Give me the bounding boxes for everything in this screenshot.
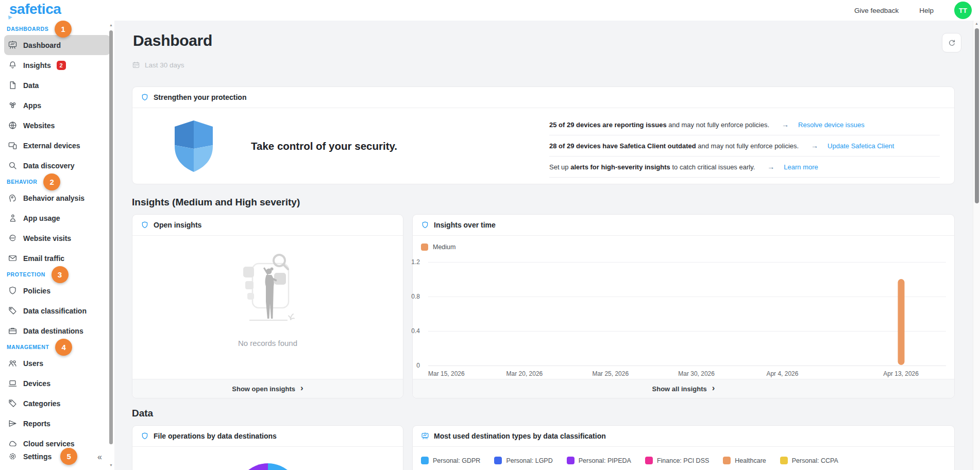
sidebar-item-apps[interactable]: Apps [4, 95, 110, 115]
x-tick: Mar 30, 2026 [678, 370, 715, 377]
sidebar-item-website-visits[interactable]: Website visits [4, 228, 110, 248]
page-title: Dashboard [133, 32, 955, 49]
y-tick: 0.4 [411, 327, 420, 335]
shield-illustration [171, 119, 217, 173]
tag-icon [8, 306, 18, 316]
sidebar-item-websites[interactable]: Websites [4, 115, 110, 135]
sidebar-item-data[interactable]: Data [4, 75, 110, 95]
tag-icon [8, 398, 18, 408]
sidebar-item-insights[interactable]: Insights 2 [4, 55, 110, 75]
insights-over-time-card: Insights over time Medium 1.2 0.8 0. [412, 214, 955, 398]
legend-item: Personal: LGPD [494, 457, 552, 464]
safetica-app: safetica Give feedback Help TT DASHBOARD… [0, 0, 980, 470]
date-range-filter[interactable]: Last 30 days [132, 61, 955, 69]
user-avatar[interactable]: TT [954, 2, 972, 19]
scroll-up-icon[interactable]: ▲ [973, 22, 980, 25]
sidebar-item-reports[interactable]: Reports [4, 413, 110, 433]
card-header: File operations by data destinations [132, 426, 403, 447]
legend-item: Personal: GDPR [421, 457, 480, 464]
shield-icon [8, 286, 18, 295]
apps-icon [8, 100, 18, 110]
document-icon [8, 80, 18, 90]
sidebar-nav: DASHBOARDS 1 Dashboard Insights 2 Data A… [0, 21, 114, 454]
show-open-insights-button[interactable]: Show open insights › [132, 379, 403, 398]
empty-state-text: No records found [224, 339, 312, 347]
chevron-right-icon: › [712, 383, 715, 393]
help-link[interactable]: Help [919, 7, 934, 14]
insights-count-badge: 2 [57, 61, 66, 70]
refresh-button[interactable] [942, 33, 961, 53]
chart-legend: Personal: GDPR Personal: LGPD Personal: … [413, 447, 954, 464]
recommended-actions: 25 of 29 devices are reporting issues an… [549, 114, 940, 178]
sidebar-item-devices[interactable]: Devices [4, 373, 110, 393]
medium-bar [898, 279, 904, 365]
step-badge-3: 3 [52, 266, 69, 283]
y-tick: 1.2 [411, 258, 420, 266]
scroll-down-icon[interactable]: ▼ [108, 463, 114, 468]
dashboard-icon [8, 40, 18, 50]
shield-icon [141, 221, 149, 229]
section-label-behavior: BEHAVIOR 2 [0, 176, 114, 188]
section-label-dashboards: DASHBOARDS 1 [0, 23, 114, 35]
legend-item: Personal: PIPEDA [567, 457, 631, 464]
bell-icon [8, 60, 18, 70]
shield-icon [141, 93, 149, 101]
topbar: safetica Give feedback Help TT [0, 0, 980, 21]
action-row: 25 of 29 devices are reporting issues an… [549, 114, 940, 135]
action-row: Set up alerts for high-severity insights… [549, 156, 940, 178]
chart-legend: Medium [421, 243, 455, 251]
sidebar-item-data-discovery[interactable]: Data discovery [4, 155, 110, 176]
sidebar-item-email-traffic[interactable]: Email traffic [4, 248, 110, 268]
security-headline: Take control of your security. [251, 140, 397, 152]
no-records-illustration [224, 252, 312, 329]
sidebar-item-users[interactable]: Users [4, 353, 110, 373]
page-scrollbar[interactable]: ▲ [973, 21, 980, 470]
learn-more-link[interactable]: Learn more [784, 163, 818, 171]
step-badge-4: 4 [55, 339, 72, 356]
sidebar-item-categories[interactable]: Categories [4, 393, 110, 413]
laptop-icon [8, 378, 18, 388]
section-label-protection: PROTECTION 3 [0, 268, 114, 281]
paper-plane-icon [8, 419, 18, 428]
sidebar-item-dashboard[interactable]: Dashboard [4, 35, 110, 55]
sidebar-item-data-destinations[interactable]: Data destinations [4, 321, 110, 341]
card-header: Insights over time [413, 215, 954, 236]
data-section-title: Data [132, 408, 955, 419]
person-icon [8, 213, 18, 223]
page-scrollbar-thumb[interactable] [975, 28, 979, 203]
search-icon [8, 161, 18, 170]
action-row: 28 of 29 devices have Safetica Client ou… [549, 135, 940, 156]
step-badge-2: 2 [43, 173, 60, 190]
sidebar-collapse-icon[interactable]: « [97, 452, 102, 462]
card-header: Most used destination types by data clas… [413, 426, 954, 447]
chevron-right-icon: › [300, 383, 303, 393]
x-tick: Apr 4, 2026 [766, 370, 798, 377]
globe-icon [8, 120, 18, 130]
sidebar-item-external-devices[interactable]: External devices [4, 135, 110, 155]
shield-icon [141, 432, 149, 440]
resolve-device-issues-link[interactable]: Resolve device issues [798, 121, 865, 129]
sidebar-item-policies[interactable]: Policies [4, 281, 110, 301]
briefcase-icon [8, 326, 18, 336]
legend-swatch-medium [421, 243, 428, 251]
give-feedback-link[interactable]: Give feedback [854, 7, 899, 14]
y-tick: 0 [416, 362, 420, 369]
sidebar-item-data-classification[interactable]: Data classification [4, 301, 110, 321]
bar-chart-plot: 1.2 0.8 0.4 0 Mar 15, 2026 Mar 20, 2026 … [428, 262, 946, 365]
arrow-right-icon: → [782, 120, 789, 129]
users-icon [8, 358, 18, 368]
sidebar-scrollbar[interactable]: ▲ ▼ [108, 23, 114, 468]
dashboard-icon [421, 432, 429, 440]
shield-icon [421, 221, 429, 229]
sidebar-scrollbar-thumb[interactable] [109, 30, 113, 444]
sidebar-item-app-usage[interactable]: App usage [4, 208, 110, 228]
show-all-insights-button[interactable]: Show all insights › [413, 379, 954, 398]
card-header: Open insights [132, 215, 403, 236]
sidebar-item-settings[interactable]: Settings 5 [4, 446, 81, 466]
x-tick: Apr 13, 2026 [883, 370, 919, 377]
sidebar-item-behavior-analysis[interactable]: Behavior analysis [4, 188, 110, 208]
update-safetica-client-link[interactable]: Update Safetica Client [827, 142, 894, 150]
empty-state: No records found [224, 252, 312, 347]
destination-types-card: Most used destination types by data clas… [412, 425, 955, 470]
envelope-icon [8, 253, 18, 263]
